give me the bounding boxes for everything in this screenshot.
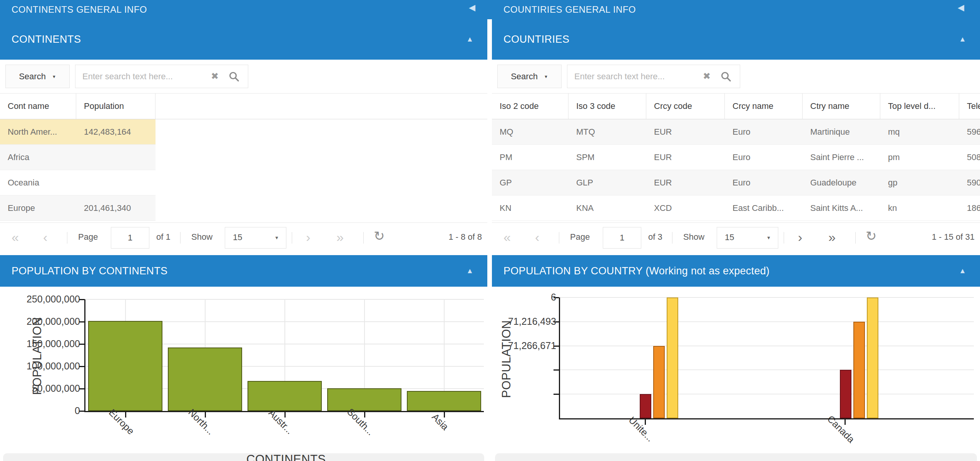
- collapse-up-icon[interactable]: ▲: [959, 267, 966, 275]
- continents-table-body: North Amer...142,483,164AfricaOceaniaEur…: [0, 119, 487, 221]
- page-label: Page: [78, 232, 98, 242]
- table-cell: MTQ: [569, 119, 646, 144]
- bar-Canada-series-3[interactable]: [867, 297, 878, 418]
- x-tick: [205, 412, 206, 418]
- column-header[interactable]: Tele...: [959, 94, 980, 119]
- x-tick: [284, 412, 286, 418]
- y-tick: [79, 388, 85, 389]
- collapse-left-icon[interactable]: ◀: [469, 3, 475, 13]
- countries-pager: « ‹ Page of 3 Show 15 ▼ › » ↻ 1 - 15 of …: [492, 222, 980, 252]
- continents-grid-header-bar: CONTINENTS ▲: [0, 19, 487, 60]
- bar-North...[interactable]: [168, 347, 242, 411]
- table-cell: MQ: [492, 119, 569, 144]
- table-row-cells: Africa: [0, 145, 156, 170]
- y-tick: [79, 411, 85, 412]
- column-header[interactable]: Crcy code: [646, 94, 725, 119]
- table-row[interactable]: Oceania: [0, 170, 487, 195]
- y-tick: [79, 299, 85, 300]
- x-tick-label: Asia: [430, 411, 451, 433]
- search-dropdown-button[interactable]: Search ▼: [497, 65, 562, 88]
- column-header[interactable]: Population: [76, 94, 156, 119]
- table-cell: 201,461,340: [76, 195, 156, 220]
- bar-Canada-series-1[interactable]: [840, 370, 851, 418]
- clear-search-icon[interactable]: ✖: [703, 71, 711, 82]
- show-label: Show: [191, 232, 212, 242]
- table-row[interactable]: KNKNAXCDEast Caribb...Saint Kitts A...kn…: [492, 195, 980, 221]
- table-row[interactable]: MQMTQEUREuroMartiniquemq596: [492, 119, 980, 145]
- search-input[interactable]: [75, 65, 202, 88]
- column-header[interactable]: Ctry name: [803, 94, 880, 119]
- table-row[interactable]: Africa: [0, 145, 487, 170]
- top-header-strip: CONTINENTS GENERAL INFO COUNTIRIES GENER…: [0, 0, 980, 19]
- table-cell: 508: [959, 145, 980, 170]
- first-page-button[interactable]: «: [12, 229, 19, 245]
- table-cell: Euro: [725, 145, 803, 170]
- table-cell: [76, 170, 156, 195]
- table-cell: pm: [880, 145, 959, 170]
- column-header[interactable]: Crcy name: [725, 94, 803, 119]
- last-page-button[interactable]: »: [336, 229, 344, 245]
- table-row[interactable]: North Amer...142,483,164: [0, 119, 487, 145]
- bar-Europe[interactable]: [88, 321, 162, 411]
- countries-table-header: Iso 2 codeIso 3 codeCrcy codeCrcy nameCt…: [492, 93, 980, 119]
- table-cell: Europe: [0, 195, 76, 220]
- pager-range-label: 1 - 8 of 8: [448, 232, 482, 242]
- page-size-select[interactable]: 15 ▼: [225, 227, 286, 249]
- bar-Unite...-series-2[interactable]: [653, 346, 665, 418]
- column-header[interactable]: Top level d...: [880, 94, 959, 119]
- bar-Asia[interactable]: [407, 391, 481, 411]
- search-dropdown-button[interactable]: Search ▼: [5, 65, 70, 88]
- section-title: COUNTIRIES: [503, 19, 570, 60]
- table-row-cells: GPGLPEUREuroGuadeloupegp590: [492, 170, 980, 195]
- table-cell: GLP: [569, 170, 646, 195]
- divider: [559, 232, 559, 244]
- next-page-button[interactable]: ›: [798, 229, 802, 245]
- x-tick: [645, 419, 646, 425]
- bar-Unite...-series-3[interactable]: [667, 297, 678, 418]
- table-row[interactable]: PMSPMEUREuroSaint Pierre ...pm508: [492, 145, 980, 170]
- collapse-left-icon[interactable]: ◀: [958, 3, 964, 13]
- bar-South...[interactable]: [327, 388, 401, 411]
- clear-search-icon[interactable]: ✖: [211, 71, 219, 82]
- collapse-up-icon[interactable]: ▲: [466, 35, 473, 43]
- search-input[interactable]: [567, 65, 694, 88]
- table-cell: Saint Kitts A...: [803, 195, 880, 220]
- prev-page-button[interactable]: ‹: [43, 229, 47, 245]
- countries-search-toolbar: Search ▼ ✖: [492, 60, 980, 93]
- last-page-button[interactable]: »: [828, 229, 836, 245]
- continents-table-header: Cont namePopulation: [0, 93, 487, 119]
- column-header[interactable]: Iso 3 code: [569, 94, 646, 119]
- table-cell: EUR: [646, 170, 725, 195]
- next-page-button[interactable]: ›: [306, 229, 310, 245]
- gridline: [560, 369, 974, 370]
- prev-page-button[interactable]: ‹: [535, 229, 539, 245]
- bar-Austr...[interactable]: [248, 381, 322, 411]
- search-icon[interactable]: [229, 71, 239, 82]
- table-cell: 596: [959, 119, 980, 144]
- bar-Unite...-series-1[interactable]: [640, 394, 651, 418]
- gridline: [560, 394, 974, 394]
- table-cell: SPM: [569, 145, 646, 170]
- bar-Canada-series-2[interactable]: [853, 322, 865, 418]
- first-page-button[interactable]: «: [503, 229, 511, 245]
- page-number-input[interactable]: [603, 227, 641, 249]
- page-size-value: 15: [233, 232, 242, 242]
- refresh-icon[interactable]: ↻: [866, 228, 877, 244]
- collapse-up-icon[interactable]: ▲: [959, 35, 966, 43]
- search-icon[interactable]: [721, 71, 731, 82]
- y-axis: [559, 297, 560, 418]
- chart-title: POPULATION BY CONTINENTS: [12, 255, 167, 287]
- table-row[interactable]: Europe201,461,340: [0, 195, 487, 221]
- column-header[interactable]: Cont name: [0, 94, 76, 119]
- table-cell: East Caribb...: [725, 195, 803, 220]
- refresh-icon[interactable]: ↻: [374, 228, 385, 244]
- table-row[interactable]: GPGLPEUREuroGuadeloupegp590: [492, 170, 980, 195]
- page-size-select[interactable]: 15 ▼: [717, 227, 778, 249]
- show-label: Show: [683, 232, 704, 242]
- table-row-cells: MQMTQEUREuroMartiniquemq596: [492, 119, 980, 145]
- dashboard: CONTINENTS GENERAL INFO COUNTIRIES GENER…: [0, 0, 980, 461]
- column-header[interactable]: Iso 2 code: [492, 94, 569, 119]
- table-cell: North Amer...: [0, 119, 76, 144]
- page-number-input[interactable]: [111, 227, 149, 249]
- collapse-up-icon[interactable]: ▲: [466, 267, 473, 275]
